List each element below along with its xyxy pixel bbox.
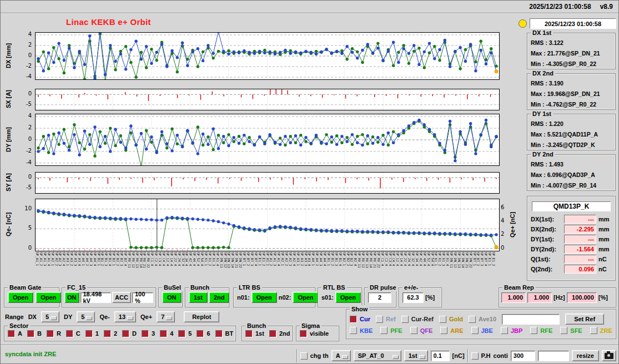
show-jbe-checkbox-box[interactable] xyxy=(471,327,479,334)
range-qe-dropdown[interactable]: 7 xyxy=(157,311,175,322)
bunch-checkbox-1st-box[interactable] xyxy=(245,330,253,337)
sector-checkbox-6-box[interactable] xyxy=(197,330,204,337)
set-ref-button[interactable]: Set Ref xyxy=(565,314,604,325)
show-sfe-checkbox[interactable]: SFE xyxy=(560,327,582,334)
sector-checkbox-b[interactable]: B xyxy=(27,330,42,337)
show-ave10-checkbox[interactable]: Ave10 xyxy=(469,316,496,323)
separator xyxy=(467,349,469,362)
show-qfe-checkbox-box[interactable] xyxy=(410,327,417,334)
beam-rep-pct-unit: [%] xyxy=(598,294,608,301)
show-jbp-checkbox-box[interactable] xyxy=(501,327,508,334)
show-zre-checkbox[interactable]: ZRE xyxy=(590,327,612,334)
resize-button[interactable]: resize xyxy=(572,350,599,361)
sector-checkbox-4[interactable]: 4 xyxy=(160,330,173,337)
bunch-a-dropdown[interactable]: A xyxy=(331,350,351,361)
range-dy-dropdown[interactable]: 5 xyxy=(77,311,95,322)
sector-checkbox-bt[interactable]: BT xyxy=(215,330,234,337)
show-gold-checkbox[interactable]: Gold xyxy=(439,316,463,323)
fc15-frame: FC_15 ON 18.498 kV ACC 100 % xyxy=(62,287,156,307)
show-cur-ref-checkbox-box[interactable] xyxy=(401,316,409,323)
bunch-1st-button[interactable]: 1st xyxy=(189,292,208,303)
sector-checkbox-4-box[interactable] xyxy=(160,330,167,337)
sector-checkbox-r-box[interactable] xyxy=(47,330,54,337)
sector-checkbox-b-box[interactable] xyxy=(27,330,34,337)
sector-checkbox-6[interactable]: 6 xyxy=(197,330,210,337)
show-pfe-checkbox[interactable]: PFE xyxy=(380,327,402,334)
show-pfe-checkbox-box[interactable] xyxy=(380,327,387,334)
extra-entry[interactable] xyxy=(538,351,569,361)
chg-th-checkbox[interactable]: chg th xyxy=(300,352,329,360)
ltr-n01-open-button[interactable]: Open xyxy=(251,292,277,303)
sector-checkbox-3[interactable]: 3 xyxy=(142,330,155,337)
camera-button[interactable] xyxy=(602,350,616,361)
replot-button[interactable]: Replot xyxy=(184,311,219,322)
ph-checkbox-box[interactable] xyxy=(471,352,479,360)
show-gold-checkbox-box[interactable] xyxy=(439,316,446,323)
sigma-frame: Sigma visible xyxy=(296,326,339,341)
range-qe-dropdown[interactable]: 13 xyxy=(114,311,136,322)
bunch-checkbox-2nd-box[interactable] xyxy=(269,330,276,337)
sy-plot xyxy=(35,172,500,194)
show-jbe-checkbox[interactable]: JBE xyxy=(471,327,493,334)
monitor-row: DX(2nd):-2.295mm xyxy=(527,224,615,234)
show-kbe-checkbox[interactable]: KBE xyxy=(350,327,373,334)
show-rfe-checkbox-box[interactable] xyxy=(530,327,537,334)
dr-pulse-value[interactable]: 2 xyxy=(368,292,391,303)
interval-entry[interactable] xyxy=(511,351,535,361)
set-ref-entry[interactable] xyxy=(502,314,560,325)
show-are-checkbox-box[interactable] xyxy=(440,327,447,334)
sector-checkbox-bt-box[interactable] xyxy=(215,330,223,337)
ltr-n02-open-button[interactable]: Open xyxy=(293,292,318,303)
sector-checkbox-2[interactable]: 2 xyxy=(104,330,117,337)
bunch-checkbox-2nd[interactable]: 2nd xyxy=(269,330,290,337)
rtl-s01-open-button[interactable]: Open xyxy=(335,292,361,303)
sector-checkbox-d-box[interactable] xyxy=(122,330,129,337)
monitor-row-value: 0.096 xyxy=(564,265,596,274)
sector-checkbox-a[interactable]: A xyxy=(8,330,22,337)
show-zre-checkbox-box[interactable] xyxy=(590,327,597,334)
ph-checkbox[interactable]: P.H xyxy=(471,352,491,360)
chg-th-checkbox-box[interactable] xyxy=(300,352,308,360)
sector-checkbox-d[interactable]: D xyxy=(122,330,137,337)
sector-checkbox-3-box[interactable] xyxy=(142,330,149,337)
show-cur-checkbox-box[interactable] xyxy=(350,316,357,323)
show-kbe-checkbox-box[interactable] xyxy=(350,327,357,334)
bunch-order-dropdown[interactable]: 1st xyxy=(404,350,428,361)
show-sfe-checkbox-box[interactable] xyxy=(560,327,567,334)
show-ref-checkbox-box[interactable] xyxy=(376,316,383,323)
fc15-acc-button[interactable]: ACC xyxy=(112,292,131,303)
show-cur-ref-checkbox[interactable]: Cur-Ref xyxy=(401,316,434,323)
range-dx-dropdown[interactable]: 5 xyxy=(41,311,59,322)
beam-gate-open-1-button[interactable]: Open xyxy=(8,292,33,303)
sector-checkbox-a-box[interactable] xyxy=(8,330,15,337)
beam-rep-hz-unit: [Hz] xyxy=(553,294,565,301)
show-cur-checkbox[interactable]: Cur xyxy=(350,316,370,323)
ratio-value[interactable]: 62.3 xyxy=(402,292,424,303)
threshold-entry[interactable] xyxy=(431,351,450,361)
sigma-visible-checkbox-box[interactable] xyxy=(300,330,307,337)
range-qe-label: Qe+ xyxy=(140,314,152,320)
status-message: syncdata init ZRE xyxy=(5,351,56,357)
bunch-2nd-button[interactable]: 2nd xyxy=(209,292,230,303)
sp-at-dropdown[interactable]: SP_AT_0 xyxy=(354,350,401,361)
sigma-visible-checkbox[interactable]: visible xyxy=(300,330,329,337)
show-qfe-checkbox[interactable]: QFE xyxy=(410,327,433,334)
show-ref-checkbox[interactable]: Ref xyxy=(376,316,396,323)
sector-checkbox-1-box[interactable] xyxy=(85,330,93,337)
show-jbp-checkbox[interactable]: JBP xyxy=(501,327,522,334)
sector-checkbox-1[interactable]: 1 xyxy=(85,330,99,337)
fc15-on-button[interactable]: ON xyxy=(64,292,79,303)
busel-on-button[interactable]: ON xyxy=(162,292,182,303)
sector-checkbox-5[interactable]: 5 xyxy=(178,330,192,337)
sector-checkbox-c-box[interactable] xyxy=(66,330,73,337)
y-tick-label: 2 xyxy=(17,124,32,130)
sector-checkbox-c[interactable]: C xyxy=(66,330,80,337)
show-are-checkbox[interactable]: ARE xyxy=(440,327,463,334)
sector-checkbox-5-box[interactable] xyxy=(178,330,185,337)
bunch-checkbox-1st[interactable]: 1st xyxy=(245,330,264,337)
beam-gate-open-2-button[interactable]: Open xyxy=(36,292,61,303)
show-ave10-checkbox-box[interactable] xyxy=(469,316,476,323)
sector-checkbox-2-box[interactable] xyxy=(104,330,111,337)
show-rfe-checkbox[interactable]: RFE xyxy=(530,327,552,334)
sector-checkbox-r[interactable]: R xyxy=(47,330,61,337)
